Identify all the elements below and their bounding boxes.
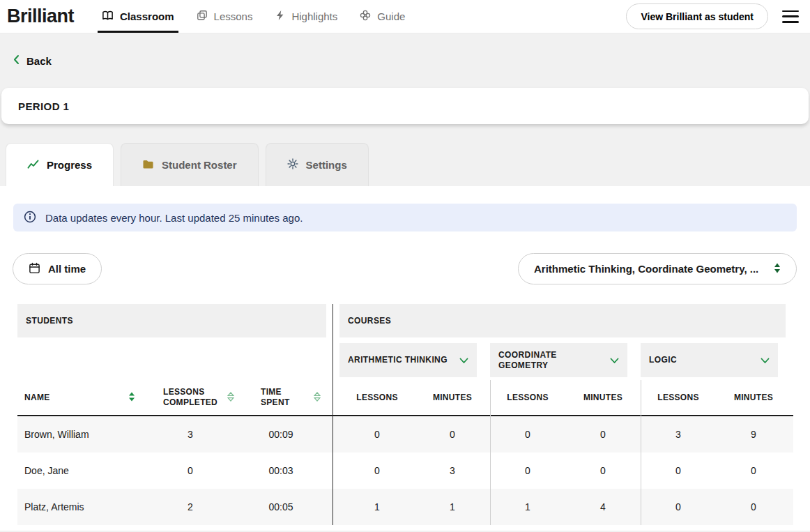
minutes-column-header: MINUTES xyxy=(565,380,641,415)
classroom-icon xyxy=(102,10,114,24)
course-filter-label: Arithmetic Thinking, Coordinate Geometry… xyxy=(534,263,758,275)
course-lessons-value: 1 xyxy=(339,501,415,512)
header-right: View Brilliant as student xyxy=(626,3,799,29)
nav-item-highlights[interactable]: Highlights xyxy=(263,0,349,33)
tab-progress[interactable]: Progress xyxy=(6,143,114,186)
course-minutes-value: 0 xyxy=(716,501,791,512)
brilliant-logo[interactable]: Brilliant xyxy=(7,6,74,27)
nav-label: Lessons xyxy=(214,10,253,22)
sort-by-lessons-completed-header[interactable]: LESSONS COMPLETED xyxy=(145,380,236,415)
minutes-column-header: MINUTES xyxy=(716,380,791,415)
calendar-icon xyxy=(29,262,40,276)
time-range-filter[interactable]: All time xyxy=(13,253,102,284)
nav-label: Highlights xyxy=(291,10,337,22)
lessons-column-header: LESSONS xyxy=(641,380,716,415)
folder-icon xyxy=(142,159,154,172)
tab-student-roster[interactable]: Student Roster xyxy=(121,143,259,186)
hamburger-menu-icon[interactable] xyxy=(782,10,799,23)
students-section-header: STUDENTS xyxy=(17,304,326,337)
table-body: Brown, William 3 00:09 0 0 0 0 3 9 Doe, … xyxy=(17,416,793,525)
students-courses-divider xyxy=(333,304,333,525)
lessons-column-header: LESSONS xyxy=(339,380,415,415)
section-header-row: STUDENTS COURSES xyxy=(17,304,793,337)
minutes-column-header: MINUTES xyxy=(415,380,490,415)
line-chart-icon xyxy=(27,159,39,172)
sort-by-time-spent-header[interactable]: TIME SPENT xyxy=(236,380,326,415)
banner-text: Data updates every hour. Last updated 25… xyxy=(45,212,303,224)
back-button[interactable]: Back xyxy=(13,54,52,67)
course-minutes-value: 4 xyxy=(565,501,641,512)
period-title: PERIOD 1 xyxy=(18,100,69,112)
chevron-left-icon xyxy=(13,54,20,67)
lessons-completed-value: 0 xyxy=(145,465,236,476)
course-minutes-value: 9 xyxy=(716,429,791,440)
chevron-down-icon xyxy=(459,354,468,367)
courses-label: COURSES xyxy=(348,316,391,326)
sort-icon xyxy=(314,392,321,404)
lessons-icon xyxy=(197,10,208,23)
data-update-banner: Data updates every hour. Last updated 25… xyxy=(13,204,797,231)
course-filter-dropdown[interactable]: Arithmetic Thinking, Coordinate Geometry… xyxy=(518,253,797,284)
courses-section-header: COURSES xyxy=(339,304,786,337)
course-lessons-value: 0 xyxy=(490,429,565,440)
info-icon xyxy=(24,211,36,225)
tab-label: Progress xyxy=(47,159,92,171)
tab-bar: Progress Student Roster Settings xyxy=(6,143,810,186)
student-name: Brown, William xyxy=(17,429,145,440)
tab-label: Student Roster xyxy=(162,159,237,171)
nav-item-guide[interactable]: Guide xyxy=(349,0,416,33)
period-card: PERIOD 1 xyxy=(1,88,809,124)
course-group-divider xyxy=(641,380,641,525)
table-row: Doe, Jane 0 00:03 0 3 0 0 0 0 xyxy=(17,453,793,489)
course-group-divider xyxy=(490,380,491,525)
nav-item-lessons[interactable]: Lessons xyxy=(185,0,264,33)
lessons-column-header: LESSONS xyxy=(490,380,565,415)
course-group-header-row: ARITHMETIC THINKING COORDINATE GEOMETRY … xyxy=(339,343,793,377)
up-down-arrows-icon xyxy=(774,263,781,275)
main-nav: Classroom Lessons Highlights xyxy=(91,0,416,33)
course-minutes-value: 0 xyxy=(565,429,641,440)
course-minutes-value: 3 xyxy=(415,465,490,476)
back-label: Back xyxy=(26,55,52,67)
lessons-completed-value: 3 xyxy=(145,429,236,440)
course-minutes-value: 1 xyxy=(415,501,490,512)
course-minutes-value: 0 xyxy=(716,465,791,476)
course-lessons-value: 3 xyxy=(641,429,716,440)
course-lessons-value: 1 xyxy=(490,501,565,512)
student-name: Doe, Jane xyxy=(17,465,145,476)
course-minutes-value: 0 xyxy=(565,465,641,476)
sort-icon xyxy=(227,392,234,404)
column-header-row: NAME LESSONS COMPLETED TIME SPENT LESSON… xyxy=(17,380,793,416)
course-group-arithmetic-thinking[interactable]: ARITHMETIC THINKING xyxy=(339,343,477,377)
student-name: Platz, Artemis xyxy=(17,501,145,512)
nav-item-classroom[interactable]: Classroom xyxy=(91,0,185,33)
sort-icon xyxy=(128,392,135,404)
course-group-coordinate-geometry[interactable]: COORDINATE GEOMETRY xyxy=(490,343,627,377)
progress-table: STUDENTS COURSES ARITHMETIC THINKING COO… xyxy=(17,304,793,525)
view-as-student-button[interactable]: View Brilliant as student xyxy=(626,3,768,29)
lessons-completed-value: 2 xyxy=(145,501,236,512)
chevron-down-icon xyxy=(761,354,770,367)
course-minutes-value: 0 xyxy=(415,429,490,440)
gear-icon xyxy=(287,158,298,172)
highlights-icon xyxy=(275,10,285,23)
time-spent-value: 00:03 xyxy=(236,465,326,476)
course-group-logic[interactable]: LOGIC xyxy=(641,343,778,377)
students-label: STUDENTS xyxy=(26,316,73,326)
course-lessons-value: 0 xyxy=(339,429,415,440)
course-lessons-value: 0 xyxy=(641,465,716,476)
guide-icon xyxy=(360,10,371,23)
chevron-down-icon xyxy=(610,354,619,367)
app-header: Brilliant Classroom Lessons xyxy=(0,0,810,33)
filter-row: All time Arithmetic Thinking, Coordinate… xyxy=(13,253,797,284)
table-row: Brown, William 3 00:09 0 0 0 0 3 9 xyxy=(17,416,793,453)
course-lessons-value: 0 xyxy=(641,501,716,512)
nav-label: Guide xyxy=(377,10,405,22)
tab-settings[interactable]: Settings xyxy=(266,143,369,186)
nav-label: Classroom xyxy=(120,10,174,22)
time-spent-value: 00:09 xyxy=(236,429,326,440)
sort-by-name-header[interactable]: NAME xyxy=(17,380,145,415)
progress-panel: Data updates every hour. Last updated 25… xyxy=(0,186,810,531)
time-range-label: All time xyxy=(48,263,86,275)
course-lessons-value: 0 xyxy=(339,465,415,476)
